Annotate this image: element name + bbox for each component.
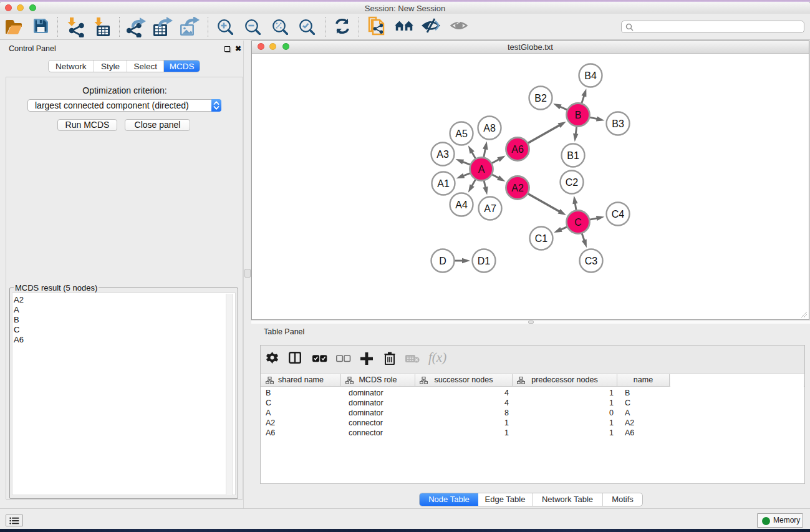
svg-text:A6: A6	[511, 144, 524, 155]
svg-text:D: D	[439, 256, 446, 266]
svg-text:B4: B4	[584, 70, 597, 81]
svg-text:D1: D1	[478, 256, 491, 266]
svg-text:A4: A4	[455, 200, 468, 210]
svg-text:B3: B3	[612, 118, 624, 129]
svg-text:A7: A7	[484, 203, 496, 214]
svg-text:B: B	[575, 110, 582, 120]
svg-text:A: A	[478, 164, 485, 175]
svg-text:C3: C3	[585, 256, 598, 266]
svg-text:B1: B1	[567, 150, 579, 161]
svg-text:A2: A2	[511, 183, 524, 193]
svg-text:B2: B2	[534, 93, 547, 104]
svg-text:C1: C1	[535, 233, 548, 244]
svg-text:A5: A5	[455, 128, 468, 139]
svg-text:C: C	[574, 217, 582, 228]
svg-text:C2: C2	[566, 177, 579, 188]
svg-text:C4: C4	[612, 209, 625, 220]
svg-text:A8: A8	[483, 123, 496, 133]
svg-text:A3: A3	[436, 149, 449, 160]
svg-text:A1: A1	[437, 178, 450, 189]
